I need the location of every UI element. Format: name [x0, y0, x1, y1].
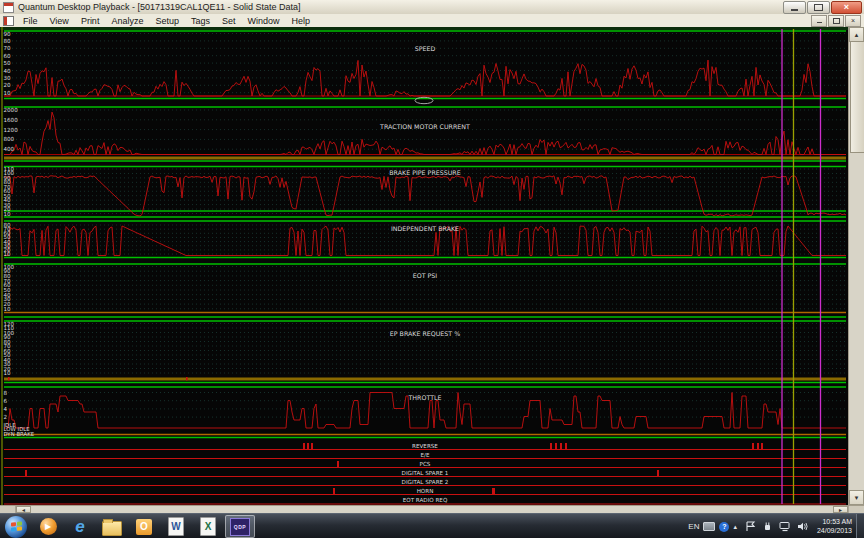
- digital-pulse: [550, 443, 552, 450]
- document-icon: [3, 16, 14, 26]
- window-title: Quantum Desktop Playback - [50171319CAL1…: [18, 2, 301, 12]
- system-tray: EN ? ▴ 10:53 AM 24/09/2013: [688, 514, 864, 538]
- internet-explorer-button[interactable]: e: [65, 515, 95, 538]
- digital-pulse: [307, 443, 309, 450]
- media-player-button[interactable]: ▶: [33, 515, 63, 538]
- close-button[interactable]: ×: [831, 1, 862, 14]
- menu-item-analyze[interactable]: Analyze: [105, 16, 149, 26]
- child-restore-button[interactable]: [828, 15, 844, 27]
- axis-tick-label: 40: [4, 68, 12, 74]
- clock[interactable]: 10:53 AM 24/09/2013: [817, 518, 852, 535]
- digital-pulse: [560, 443, 562, 450]
- qdp-button[interactable]: QDP: [225, 515, 255, 538]
- panel-title: BRAKE PIPE PRESSURE: [389, 169, 460, 176]
- network-icon[interactable]: [779, 521, 791, 532]
- vertical-scrollbar[interactable]: ▲ ▼: [848, 27, 864, 505]
- scroll-down-button[interactable]: ▼: [849, 490, 864, 505]
- child-restore-icon: [833, 18, 840, 24]
- keyboard-icon[interactable]: [703, 522, 715, 531]
- show-desktop-button[interactable]: [856, 514, 864, 538]
- axis-tick-label: 800: [4, 136, 15, 142]
- menu-item-set[interactable]: Set: [216, 16, 242, 26]
- digital-pulse: [311, 443, 313, 450]
- qdp-icon: QDP: [230, 518, 250, 536]
- digital-channel-label: REVERSE: [412, 443, 438, 449]
- axis-tick-label: 400: [4, 146, 15, 152]
- axis-tick-label: 10: [4, 306, 12, 312]
- excel-button[interactable]: X: [193, 515, 223, 538]
- vertical-scroll-thumb[interactable]: [850, 41, 864, 153]
- titlebar: Quantum Desktop Playback - [50171319CAL1…: [0, 0, 864, 15]
- menu-item-window[interactable]: Window: [241, 16, 285, 26]
- volume-icon[interactable]: [797, 521, 809, 532]
- axis-tick-label: 80: [4, 38, 12, 44]
- axis-tick-label: 4: [4, 406, 8, 412]
- axis-tick-label: 2: [4, 414, 8, 420]
- app-icon: [3, 2, 14, 13]
- tag-strip: [0, 27, 848, 30]
- restore-button[interactable]: [807, 1, 830, 14]
- excel-icon: X: [200, 517, 216, 536]
- file-explorer-button[interactable]: [97, 515, 127, 538]
- digital-channel-label: HORN: [417, 488, 434, 494]
- axis-tick-label: 8: [4, 390, 8, 396]
- child-close-button[interactable]: ×: [845, 15, 861, 27]
- chart-area: SPEED908070605040302010TRACTION MOTOR CU…: [0, 27, 848, 505]
- digital-channel-label: PCS: [420, 461, 431, 467]
- axis-tick-label: 90: [4, 31, 12, 37]
- folder-icon: [102, 521, 122, 536]
- panel-title: EP BRAKE REQUEST %: [390, 330, 460, 337]
- scroll-left-button[interactable]: ◄: [16, 506, 31, 513]
- axis-tick-label: 50: [4, 60, 12, 66]
- menu-items: FileViewPrintAnalyzeSetupTagsSetWindowHe…: [17, 16, 316, 26]
- trace-mark: [8, 377, 10, 380]
- word-button[interactable]: W: [161, 515, 191, 538]
- menu-item-view[interactable]: View: [44, 16, 75, 26]
- taskbar: ▶eOWXQDP EN ? ▴ 10:53 AM 24: [0, 513, 864, 538]
- axis-tick-label: 60: [4, 53, 12, 59]
- axis-state-label: DYN BRAKE: [4, 431, 35, 437]
- horizontal-scroll-track[interactable]: [31, 506, 833, 513]
- outlook-button[interactable]: O: [129, 515, 159, 538]
- word-icon: W: [168, 517, 184, 536]
- axis-tick-label: 10: [4, 370, 12, 376]
- menubar: FileViewPrintAnalyzeSetupTagsSetWindowHe…: [0, 14, 864, 28]
- panel-title: THROTTLE: [408, 394, 442, 401]
- digital-channel-label: EOT RADIO REQ: [403, 497, 448, 503]
- show-hidden-icons-button[interactable]: ▴: [733, 523, 737, 531]
- menu-item-tags[interactable]: Tags: [185, 16, 216, 26]
- horizontal-scrollbar[interactable]: ◄ ►: [0, 505, 864, 513]
- trace-mark: [186, 377, 188, 380]
- minimize-button[interactable]: [783, 1, 806, 14]
- digital-pulse: [333, 488, 335, 495]
- menu-item-print[interactable]: Print: [75, 16, 106, 26]
- taskbar-icons: ▶eOWXQDP: [0, 514, 256, 538]
- language-indicator[interactable]: EN: [688, 522, 699, 531]
- menu-item-setup[interactable]: Setup: [149, 16, 185, 26]
- digital-channel-label: DIGITAL SPARE 2: [402, 479, 449, 485]
- axis-tick-label: 2000: [4, 107, 19, 113]
- internet-explorer-icon: e: [75, 518, 84, 535]
- child-minimize-button[interactable]: [811, 15, 827, 27]
- digital-pulse: [25, 470, 27, 477]
- menu-item-help[interactable]: Help: [286, 16, 317, 26]
- digital-pulse: [757, 443, 759, 450]
- screen: Quantum Desktop Playback - [50171319CAL1…: [0, 0, 864, 538]
- action-center-flag-icon[interactable]: [745, 521, 756, 532]
- trace-path: [4, 112, 846, 154]
- start-button[interactable]: [1, 515, 31, 538]
- digital-pulse: [303, 443, 305, 450]
- strip-charts: SPEED908070605040302010TRACTION MOTOR CU…: [0, 27, 848, 505]
- scroll-up-button[interactable]: ▲: [849, 27, 864, 42]
- power-plug-icon[interactable]: [762, 521, 773, 532]
- menu-item-file[interactable]: File: [17, 16, 44, 26]
- tray-time: 10:53 AM: [817, 518, 852, 527]
- help-icon[interactable]: ?: [719, 522, 729, 532]
- digital-channel-label: DIGITAL SPARE 1: [402, 470, 449, 476]
- axis-tick-label: 70: [4, 45, 12, 51]
- axis-tick-label: 30: [4, 75, 12, 81]
- scroll-right-button[interactable]: ►: [833, 506, 848, 513]
- restore-icon: [814, 4, 823, 11]
- digital-pulse: [752, 443, 754, 450]
- digital-channel-label: E/E: [421, 452, 430, 458]
